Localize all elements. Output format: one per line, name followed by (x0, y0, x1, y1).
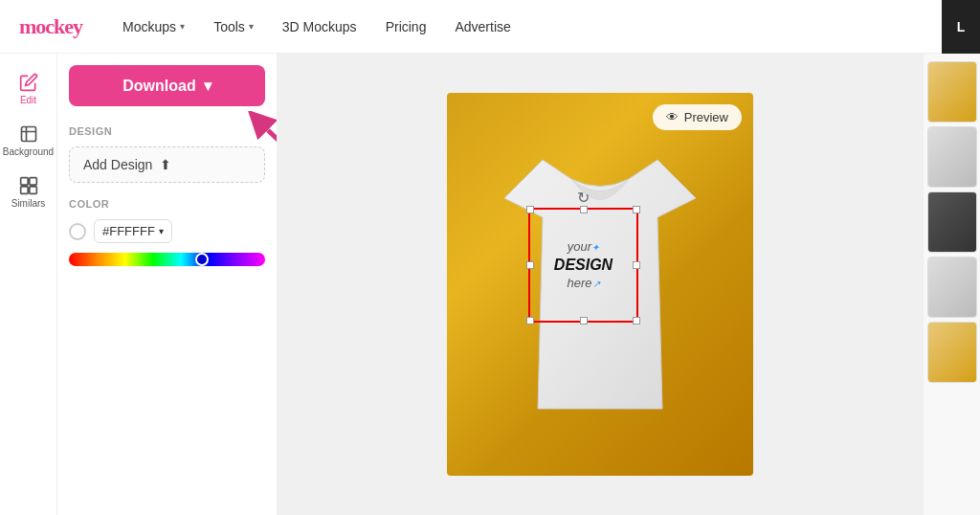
color-hex-selector[interactable]: #FFFFFF ▾ (94, 219, 172, 243)
mockup-container: 👁 Preview ↻ your✦ DESIGN (447, 93, 753, 476)
thumb-inner-3 (928, 192, 976, 252)
background-icon (19, 124, 38, 144)
color-section: COLOR #FFFFFF ▾ (69, 198, 265, 266)
nav-mockups-label: Mockups (122, 19, 176, 34)
spectrum-thumb[interactable] (195, 253, 209, 266)
nav-tools-label: Tools (213, 19, 245, 34)
thumbnail-2[interactable] (927, 126, 977, 188)
color-section-title: COLOR (69, 198, 265, 210)
thumb-inner-2 (928, 127, 976, 187)
svg-rect-3 (20, 187, 28, 194)
nav-tools[interactable]: Tools ▾ (202, 13, 265, 40)
color-circle (69, 223, 86, 240)
main-layout: Edit Background Similars Download ▾ (0, 54, 980, 515)
icon-sidebar: Edit Background Similars (0, 54, 57, 515)
tshirt-svg (485, 122, 715, 437)
right-thumbnail-sidebar (923, 54, 980, 515)
svg-rect-2 (29, 178, 36, 186)
download-chevron-icon: ▾ (204, 77, 212, 95)
edit-icon (19, 73, 38, 92)
thumbnail-5[interactable] (927, 322, 977, 383)
download-label: Download (122, 78, 195, 95)
thumb-inner-4 (928, 258, 976, 317)
logo-text: mockey (19, 14, 82, 38)
logo: mockey (19, 14, 82, 39)
svg-rect-4 (29, 187, 36, 194)
similars-icon (19, 176, 38, 195)
canvas-area: 👁 Preview ↻ your✦ DESIGN (278, 54, 923, 515)
sidebar-item-background[interactable]: Background (5, 117, 53, 165)
nav-mockups[interactable]: Mockups ▾ (111, 13, 196, 40)
nav-advertise-label: Advertise (455, 19, 510, 34)
thumbnail-1[interactable] (927, 61, 977, 123)
nav-tools-chevron: ▾ (249, 21, 254, 32)
similars-label: Similars (11, 198, 46, 209)
color-chevron-icon: ▾ (159, 226, 164, 236)
edit-panel: Download ▾ DESIGN Add Design ⬆ COLOR # (57, 54, 278, 515)
svg-rect-1 (20, 178, 28, 186)
nav-pricing-label: Pricing (386, 19, 427, 34)
color-hex-value: #FFFFFF (102, 224, 155, 238)
main-nav: Mockups ▾ Tools ▾ 3D Mockups Pricing Adv… (111, 13, 961, 40)
nav-3d-label: 3D Mockups (282, 19, 357, 34)
color-picker-row: #FFFFFF ▾ (69, 219, 265, 243)
sidebar-item-edit[interactable]: Edit (5, 65, 53, 113)
thumb-inner-5 (928, 323, 976, 382)
mockup-image: 👁 Preview ↻ your✦ DESIGN (447, 93, 753, 476)
edit-label: Edit (20, 95, 36, 105)
nav-3d-mockups[interactable]: 3D Mockups (271, 13, 368, 40)
nav-pricing[interactable]: Pricing (374, 13, 438, 40)
eye-icon: 👁 (666, 110, 679, 124)
thumbnail-4[interactable] (927, 257, 977, 318)
preview-label: Preview (684, 110, 728, 124)
nav-mockups-chevron: ▾ (180, 21, 185, 32)
thumbnail-3[interactable] (927, 191, 977, 253)
login-button[interactable]: L (942, 0, 980, 54)
preview-button[interactable]: 👁 Preview (653, 104, 742, 130)
background-label: Background (3, 146, 54, 157)
download-button[interactable]: Download ▾ (69, 65, 265, 106)
header: mockey Mockups ▾ Tools ▾ 3D Mockups Pric… (0, 0, 980, 54)
svg-rect-0 (21, 127, 35, 142)
thumb-inner-1 (928, 62, 976, 122)
color-spectrum[interactable] (69, 253, 265, 266)
design-section-title: DESIGN (69, 125, 265, 137)
nav-advertise[interactable]: Advertise (443, 13, 522, 40)
add-design-button[interactable]: Add Design ⬆ (69, 146, 265, 183)
sidebar-item-similars[interactable]: Similars (5, 168, 53, 216)
upload-icon: ⬆ (160, 157, 171, 172)
add-design-label: Add Design (83, 157, 152, 172)
